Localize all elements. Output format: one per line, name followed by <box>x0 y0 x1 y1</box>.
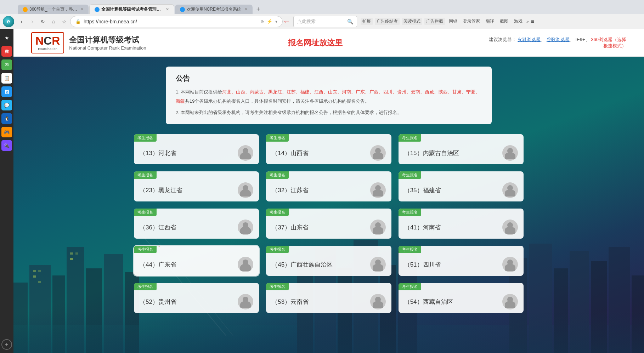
province-53-tag: 考生报名 <box>266 283 289 290</box>
translate-btn[interactable]: 翻译 <box>484 18 496 25</box>
province-grid: 考生报名 （13）河北省 考生报名 （14 <box>134 134 524 313</box>
reader-btn[interactable]: 阅读模式 <box>402 18 422 25</box>
logo-c: C <box>44 35 52 46</box>
sidebar-item-qq[interactable]: 🐧 <box>1 113 12 124</box>
province-32-name: （32）江苏省 <box>272 186 309 194</box>
sidebar-item-plus[interactable]: + <box>1 339 12 350</box>
new-tab-button[interactable]: + <box>253 4 263 14</box>
province-card-32[interactable]: 考生报名 （32）江苏省 <box>266 171 391 201</box>
browser-logo: e <box>3 16 14 27</box>
province-card-53[interactable]: 考生报名 （53）云南省 <box>266 283 391 313</box>
tab-1[interactable]: 360导航_一个主页，整个世界 ✕ <box>18 5 89 14</box>
logo-examination: Examination <box>38 47 57 51</box>
tab-3-icon <box>180 7 185 12</box>
header-annotation-area: 报名网址放这里 <box>288 38 343 48</box>
sidebar-item-home[interactable]: ★ <box>1 33 12 43</box>
netbank-btn[interactable]: 网银 <box>447 18 459 25</box>
game-btn[interactable]: 游戏 <box>512 18 524 25</box>
browser-recommendation: 建议浏览器： 火狐浏览器、 谷歌浏览器、 IE9+、 360浏览器（选择极速模式… <box>485 36 626 49</box>
province-45-name: （45）广西壮族自治区 <box>272 261 333 269</box>
province-card-37[interactable]: 考生报名 （37）山东省 <box>266 209 391 239</box>
province-card-54[interactable]: 考生报名 （54）西藏自治区 <box>399 283 524 313</box>
dropdown-icon[interactable]: ▾ <box>275 19 277 24</box>
province-13-avatar <box>238 145 253 161</box>
sidebar-item-mail[interactable]: ✉ <box>1 59 12 70</box>
province-card-41[interactable]: 考生报名 （41）河南省 <box>399 209 524 239</box>
browser-rec-ie: IE9+、 <box>576 37 590 42</box>
browser-rec-firefox[interactable]: 火狐浏览器 <box>518 37 541 42</box>
tab-1-title: 360导航_一个主页，整个世界 <box>29 6 77 12</box>
province-37-name: （37）山东省 <box>272 223 309 232</box>
province-41-avatar <box>502 220 518 235</box>
province-card-36[interactable]: 考生报名 （36）江西省 <box>134 209 259 239</box>
refresh-button[interactable]: ↻ <box>38 17 47 26</box>
sidebar-item-chat[interactable]: 💬 <box>1 100 12 110</box>
province-14-name: （14）山西省 <box>272 149 309 157</box>
hero-section: 公告 1. 本网站目前仅提供给河北、山西、内蒙古、黑龙江、江苏、福建、江西、山东… <box>13 57 644 353</box>
search-bar[interactable]: 点此搜索 🔍 <box>293 16 357 27</box>
forward-button[interactable]: › <box>28 17 37 26</box>
lock-icon: 🔒 <box>75 19 81 24</box>
province-card-44[interactable]: 考生报名 （44）广东省 点它 <box>134 246 259 276</box>
province-card-45[interactable]: 考生报名 （45）广西壮族自治区 <box>266 246 391 276</box>
province-37-avatar <box>370 220 386 235</box>
province-card-35[interactable]: 考生报名 （35）福建省 <box>399 171 524 201</box>
sidebar-item-weibo[interactable]: 微 <box>1 46 12 57</box>
search-icon[interactable]: 🔍 <box>347 19 353 24</box>
refresh-mini-icon: ⊕ <box>260 19 264 24</box>
browser-rec-360[interactable]: 360浏览器（选择极速模式） <box>591 37 626 49</box>
province-card-15[interactable]: 考生报名 （15）内蒙古自治区 <box>399 134 524 164</box>
tab-3[interactable]: 欢迎使用NCRE考试报名系统 ✕ <box>175 5 253 14</box>
nav-extras: 扩展 广告终结者 阅读模式 广告拦截 网银 登录管家 翻译 截图 游戏 » ≡ <box>361 18 534 25</box>
sidebar-item-game[interactable]: 🎮 <box>1 127 12 137</box>
province-15-tag: 考生报名 <box>399 134 421 142</box>
sidebar-item-img[interactable]: 🖼 <box>1 86 12 97</box>
province-card-23[interactable]: 考生报名 （23）黑龙江省 <box>134 171 259 201</box>
province-44-name: （44）广东省 <box>140 261 176 269</box>
browser-rec-chrome[interactable]: 谷歌浏览器 <box>547 37 570 42</box>
notice-line1-suffix: 共19个省级承办机构的报名入口，具体报名时间安排，请关注各省级承办机构的报名公告… <box>185 98 369 104</box>
extensions-btn[interactable]: 扩展 <box>361 18 373 25</box>
more-btn[interactable]: » <box>526 19 529 24</box>
sidebar-item-doc[interactable]: 📋 <box>1 73 12 84</box>
tab-3-close[interactable]: ✕ <box>244 7 248 12</box>
tab-2[interactable]: 全国计算机等级考试考务管理系统 ✕ <box>89 4 174 14</box>
back-button[interactable]: ‹ <box>17 17 26 26</box>
province-card-52[interactable]: 考生报名 （52）贵州省 <box>134 283 259 313</box>
province-card-14[interactable]: 考生报名 （14）山西省 <box>266 134 391 164</box>
logo-sub-text: National Computer Rank Examination <box>69 45 146 51</box>
province-card-51[interactable]: 考生报名 （51）四川省 <box>399 246 524 276</box>
tab-1-close[interactable]: ✕ <box>80 7 84 12</box>
point-it-arrow <box>155 246 176 249</box>
logo-main-text: 全国计算机等级考试 <box>69 35 146 45</box>
lightning-icon: ⚡ <box>267 19 272 24</box>
province-card-13[interactable]: 考生报名 （13）河北省 <box>134 134 259 164</box>
tab-bar: 360导航_一个主页，整个世界 ✕ 全国计算机等级考试考务管理系统 ✕ 欢迎使用… <box>0 0 644 14</box>
home-button[interactable]: ⌂ <box>49 17 58 26</box>
province-23-avatar <box>238 182 253 198</box>
province-13-name: （13）河北省 <box>140 149 176 157</box>
province-35-name: （35）福建省 <box>404 186 441 194</box>
province-13-tag: 考生报名 <box>134 134 157 142</box>
province-53-avatar <box>370 294 386 309</box>
province-51-tag: 考生报名 <box>399 246 421 253</box>
search-placeholder: 点此搜索 <box>297 18 316 25</box>
screenshot-btn[interactable]: 截图 <box>498 18 510 25</box>
ad-intercept-btn[interactable]: 广告拦截 <box>424 18 445 25</box>
main-content: N C R Examination 全国计算机等级考试 National Com… <box>13 29 644 353</box>
province-15-avatar <box>502 145 518 161</box>
sidebar-item-plugin[interactable]: 🔌 <box>1 140 12 151</box>
province-44-tag: 考生报名 <box>134 246 157 253</box>
logo-n: N <box>35 35 44 46</box>
tab-2-title: 全国计算机等级考试考务管理系统 <box>101 6 163 12</box>
tab-2-close[interactable]: ✕ <box>166 7 169 12</box>
bookmark-button[interactable]: ☆ <box>60 17 69 26</box>
notice-line1-prefix: 1. 本网站目前仅提供给 <box>176 89 222 95</box>
logo-text: 全国计算机等级考试 National Computer Rank Examina… <box>69 35 146 51</box>
address-bar[interactable]: 🔒 https://ncre-bm.neea.cn/ ⊕ ⚡ ▾ <box>70 16 283 27</box>
address-arrow: ← <box>283 17 290 26</box>
ad-blocker-btn[interactable]: 广告终结者 <box>375 18 400 25</box>
province-14-avatar <box>370 145 386 161</box>
login-mgr-btn[interactable]: 登录管家 <box>461 18 482 25</box>
menu-btn[interactable]: ≡ <box>531 18 534 25</box>
